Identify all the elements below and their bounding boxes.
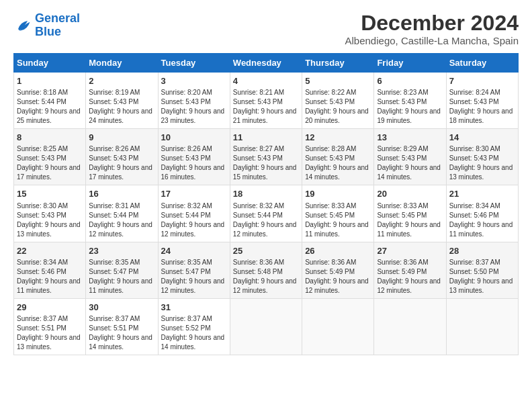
sunrise-label: Sunrise: 8:27 AM [233,145,284,152]
calendar-cell: 20Sunrise: 8:33 AMSunset: 5:45 PMDayligh… [374,185,446,242]
calendar-cell: 11Sunrise: 8:27 AMSunset: 5:43 PMDayligh… [230,129,302,185]
day-number: 6 [377,75,443,87]
sunset-label: Sunset: 5:44 PM [161,212,211,219]
calendar-cell: 7Sunrise: 8:24 AMSunset: 5:43 PMDaylight… [446,73,518,129]
sunrise-label: Sunrise: 8:33 AM [305,202,356,210]
sunset-label: Sunset: 5:46 PM [449,212,499,219]
day-number: 9 [89,132,154,144]
daylight-label: Daylight: 9 hours and 19 minutes. [377,107,441,124]
day-number: 15 [17,188,83,200]
day-number: 23 [89,245,154,257]
calendar-cell: 15Sunrise: 8:30 AMSunset: 5:43 PMDayligh… [14,185,86,242]
calendar-cell: 6Sunrise: 8:23 AMSunset: 5:43 PMDaylight… [374,73,446,129]
day-number: 26 [305,245,371,257]
location: Albendiego, Castille-La Mancha, Spain [345,35,519,46]
calendar-row-4: 22Sunrise: 8:34 AMSunset: 5:46 PMDayligh… [14,242,519,298]
header-row: SundayMondayTuesdayWednesdayThursdayFrid… [14,54,519,73]
sunset-label: Sunset: 5:43 PM [233,98,283,105]
daylight-label: Daylight: 9 hours and 13 minutes. [449,164,513,181]
day-number: 31 [161,302,227,314]
daylight-label: Daylight: 9 hours and 11 minutes. [17,277,81,294]
logo-text-general: General [35,12,80,26]
sunset-label: Sunset: 5:43 PM [305,154,355,162]
daylight-label: Daylight: 9 hours and 14 minutes. [377,164,441,181]
sunset-label: Sunset: 5:44 PM [17,98,66,105]
day-number: 1 [17,75,83,87]
sunset-label: Sunset: 5:43 PM [161,98,211,105]
sunrise-label: Sunrise: 8:19 AM [89,89,140,96]
sunset-label: Sunset: 5:46 PM [17,268,66,275]
sunrise-label: Sunrise: 8:31 AM [89,202,140,210]
sunset-label: Sunset: 5:43 PM [89,98,138,105]
sunset-label: Sunset: 5:50 PM [449,268,499,275]
daylight-label: Daylight: 9 hours and 13 minutes. [17,334,81,351]
calendar-cell: 22Sunrise: 8:34 AMSunset: 5:46 PMDayligh… [14,242,86,298]
calendar-cell [446,298,518,355]
calendar-cell: 16Sunrise: 8:31 AMSunset: 5:44 PMDayligh… [86,185,158,242]
calendar-cell: 13Sunrise: 8:29 AMSunset: 5:43 PMDayligh… [374,129,446,185]
sunrise-label: Sunrise: 8:26 AM [89,145,140,152]
daylight-label: Daylight: 9 hours and 12 minutes. [89,221,152,238]
daylight-label: Daylight: 9 hours and 12 minutes. [305,277,369,294]
day-number: 28 [449,245,515,257]
calendar-row-5: 29Sunrise: 8:37 AMSunset: 5:51 PMDayligh… [14,298,519,355]
day-number: 12 [305,132,371,144]
daylight-label: Daylight: 9 hours and 13 minutes. [17,221,81,238]
day-number: 4 [233,75,299,87]
daylight-label: Daylight: 9 hours and 13 minutes. [449,277,513,294]
sunrise-label: Sunrise: 8:32 AM [233,202,284,210]
col-header-wednesday: Wednesday [230,54,302,73]
sunrise-label: Sunrise: 8:28 AM [305,145,356,152]
sunrise-label: Sunrise: 8:21 AM [233,89,284,96]
sunrise-label: Sunrise: 8:32 AM [161,202,212,210]
day-number: 27 [377,245,443,257]
calendar-cell: 21Sunrise: 8:34 AMSunset: 5:46 PMDayligh… [446,185,518,242]
daylight-label: Daylight: 9 hours and 20 minutes. [305,107,369,124]
day-number: 5 [305,75,371,87]
sunset-label: Sunset: 5:43 PM [89,154,138,162]
day-number: 21 [449,188,515,200]
calendar-cell: 9Sunrise: 8:26 AMSunset: 5:43 PMDaylight… [86,129,158,185]
day-number: 14 [449,132,515,144]
logo-text-blue: Blue [35,26,80,39]
sunrise-label: Sunrise: 8:37 AM [161,315,212,322]
sunrise-label: Sunrise: 8:35 AM [161,259,212,266]
day-number: 18 [233,188,299,200]
calendar-cell [230,298,302,355]
day-number: 10 [161,132,227,144]
calendar-cell: 29Sunrise: 8:37 AMSunset: 5:51 PMDayligh… [14,298,86,355]
calendar-row-1: 1Sunrise: 8:18 AMSunset: 5:44 PMDaylight… [14,73,519,129]
sunrise-label: Sunrise: 8:33 AM [377,202,428,210]
calendar-cell: 10Sunrise: 8:26 AMSunset: 5:43 PMDayligh… [158,129,230,185]
calendar-cell: 2Sunrise: 8:19 AMSunset: 5:43 PMDaylight… [86,73,158,129]
sunrise-label: Sunrise: 8:29 AM [377,145,428,152]
daylight-label: Daylight: 9 hours and 18 minutes. [449,107,513,124]
calendar-cell: 23Sunrise: 8:35 AMSunset: 5:47 PMDayligh… [86,242,158,298]
sunrise-label: Sunrise: 8:30 AM [17,202,68,210]
sunset-label: Sunset: 5:52 PM [161,324,211,332]
sunrise-label: Sunrise: 8:35 AM [89,259,140,266]
calendar-cell: 18Sunrise: 8:32 AMSunset: 5:44 PMDayligh… [230,185,302,242]
calendar-cell: 28Sunrise: 8:37 AMSunset: 5:50 PMDayligh… [446,242,518,298]
day-number: 22 [17,245,83,257]
calendar-cell: 8Sunrise: 8:25 AMSunset: 5:43 PMDaylight… [14,129,86,185]
daylight-label: Daylight: 9 hours and 17 minutes. [89,164,152,181]
day-number: 13 [377,132,443,144]
sunset-label: Sunset: 5:51 PM [17,324,66,332]
calendar-cell: 26Sunrise: 8:36 AMSunset: 5:49 PMDayligh… [302,242,374,298]
sunrise-label: Sunrise: 8:37 AM [449,259,500,266]
daylight-label: Daylight: 9 hours and 14 minutes. [305,164,369,181]
sunrise-label: Sunrise: 8:34 AM [449,202,500,210]
title-block: December 2024 Albendiego, Castille-La Ma… [345,12,519,46]
calendar-cell: 25Sunrise: 8:36 AMSunset: 5:48 PMDayligh… [230,242,302,298]
sunset-label: Sunset: 5:51 PM [89,324,138,332]
day-number: 17 [161,188,227,200]
sunrise-label: Sunrise: 8:36 AM [305,259,356,266]
sunrise-label: Sunrise: 8:36 AM [377,259,428,266]
daylight-label: Daylight: 9 hours and 12 minutes. [233,277,297,294]
day-number: 29 [17,302,83,314]
calendar-cell: 30Sunrise: 8:37 AMSunset: 5:51 PMDayligh… [86,298,158,355]
sunset-label: Sunset: 5:49 PM [377,268,427,275]
calendar-cell [302,298,374,355]
sunset-label: Sunset: 5:47 PM [89,268,138,275]
